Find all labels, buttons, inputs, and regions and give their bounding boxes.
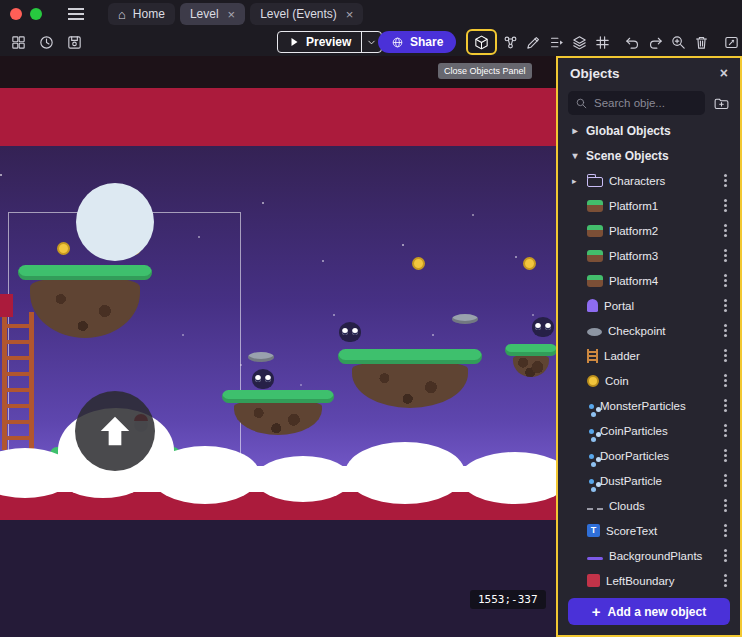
item-menu-button[interactable]	[720, 199, 730, 213]
history-icon	[38, 34, 55, 51]
search-input[interactable]	[594, 97, 698, 109]
item-menu-button[interactable]	[720, 374, 730, 388]
zoom-window-button[interactable]	[30, 8, 42, 20]
object-list-item[interactable]: DustParticle	[558, 468, 740, 493]
project-manager-button[interactable]	[8, 31, 28, 53]
item-menu-button[interactable]	[720, 299, 730, 313]
save-button[interactable]	[64, 31, 84, 53]
monster-sprite[interactable]	[339, 322, 361, 342]
editor-tab[interactable]: Level	[180, 3, 245, 25]
object-list-item[interactable]: Platform1	[558, 193, 740, 218]
item-menu-button[interactable]	[720, 499, 730, 513]
global-objects-header[interactable]: ▸ Global Objects	[558, 118, 740, 143]
object-thumbnail-icon	[587, 375, 599, 387]
cursor-coordinates: 1553;-337	[470, 590, 546, 609]
item-menu-button[interactable]	[720, 574, 730, 588]
scene-objects-label: Scene Objects	[586, 149, 669, 163]
touch-up-control[interactable]	[75, 391, 155, 471]
scene-objects-header[interactable]: ▾ Scene Objects	[558, 143, 740, 168]
object-name: Platform2	[609, 225, 714, 237]
checkpoint-sprite[interactable]	[248, 352, 274, 362]
object-list-item[interactable]: Portal	[558, 293, 740, 318]
item-menu-button[interactable]	[720, 549, 730, 563]
object-list-item[interactable]: Platform3	[558, 243, 740, 268]
toolbar-right-group	[500, 28, 741, 56]
preview-button[interactable]: Preview	[277, 31, 382, 53]
editor-tab[interactable]: Level (Events)	[250, 3, 363, 25]
item-menu-button[interactable]	[720, 349, 730, 363]
item-menu-button[interactable]	[720, 424, 730, 438]
item-menu-button[interactable]	[720, 224, 730, 238]
monster-sprite[interactable]	[252, 369, 274, 389]
zoom-in-button[interactable]	[668, 31, 688, 53]
share-button[interactable]: Share	[378, 31, 456, 53]
undo-button[interactable]	[622, 31, 642, 53]
delete-button[interactable]	[691, 31, 711, 53]
item-menu-button[interactable]	[720, 324, 730, 338]
object-thumbnail-icon	[587, 328, 602, 336]
redo-button[interactable]	[645, 31, 665, 53]
ladder-sprite[interactable]	[2, 312, 34, 450]
layers-button[interactable]	[569, 31, 589, 53]
object-groups-button[interactable]	[500, 31, 520, 53]
history-button[interactable]	[36, 31, 56, 53]
item-menu-button[interactable]	[720, 399, 730, 413]
scene-editor-canvas[interactable]: 1553;-337	[0, 56, 557, 637]
toolbar-left-group	[8, 28, 84, 56]
add-folder-button[interactable]	[713, 95, 730, 112]
object-list-item[interactable]: Characters	[558, 168, 740, 193]
object-list-item[interactable]: ScoreText	[558, 518, 740, 543]
platform-sprite[interactable]	[505, 344, 557, 356]
scene-properties-button[interactable]	[721, 31, 741, 53]
object-list-item[interactable]: Coin	[558, 368, 740, 393]
grid-toggle-button[interactable]	[592, 31, 612, 53]
edit-button[interactable]	[523, 31, 543, 53]
item-menu-button[interactable]	[720, 274, 730, 288]
stars	[0, 174, 2, 176]
item-menu-button[interactable]	[720, 524, 730, 538]
checkpoint-sprite[interactable]	[452, 314, 478, 324]
object-thumbnail-icon	[587, 177, 603, 187]
cloud-layer[interactable]	[0, 466, 557, 492]
item-menu-button[interactable]	[720, 449, 730, 463]
grid-icon	[594, 34, 611, 51]
moon-sprite[interactable]	[76, 183, 154, 261]
object-list-item[interactable]: LeftBoundary	[558, 568, 740, 590]
object-list-item[interactable]: Ladder	[558, 343, 740, 368]
object-list-item[interactable]: Platform2	[558, 218, 740, 243]
tab-close-icon[interactable]	[344, 8, 354, 21]
coin-sprite[interactable]	[523, 257, 536, 270]
editor-tab[interactable]: Home	[108, 3, 175, 25]
monster-sprite[interactable]	[532, 317, 554, 337]
item-menu-button[interactable]	[720, 474, 730, 488]
coin-sprite[interactable]	[412, 257, 425, 270]
platform-sprite[interactable]	[18, 265, 152, 280]
object-list-item[interactable]: CoinParticles	[558, 418, 740, 443]
object-thumbnail-icon	[589, 479, 594, 484]
zoom-in-icon	[670, 34, 687, 51]
add-object-button[interactable]: + Add a new object	[568, 598, 730, 625]
platform-sprite[interactable]	[222, 390, 334, 403]
object-list-item[interactable]: BackgroundPlants	[558, 543, 740, 568]
item-menu-button[interactable]	[720, 174, 730, 188]
object-list-item[interactable]: Clouds	[558, 493, 740, 518]
chevron-down-icon: ▾	[570, 150, 580, 161]
tab-close-icon[interactable]	[226, 8, 236, 21]
object-name: Checkpoint	[608, 325, 714, 337]
objects-panel-toggle-button[interactable]	[466, 29, 497, 55]
platform-sprite[interactable]	[338, 349, 482, 364]
close-icon[interactable]: ×	[720, 65, 728, 81]
instances-list-button[interactable]	[546, 31, 566, 53]
item-menu-button[interactable]	[720, 249, 730, 263]
object-list-item[interactable]: MonsterParticles	[558, 393, 740, 418]
search-row	[558, 88, 740, 118]
app-window: Home Level Level (Events)	[0, 0, 742, 637]
close-window-button[interactable]	[10, 8, 22, 20]
object-list-item[interactable]: DoorParticles	[558, 443, 740, 468]
object-list-item[interactable]: Checkpoint	[558, 318, 740, 343]
object-name: CoinParticles	[600, 425, 714, 437]
menu-icon[interactable]	[68, 13, 84, 15]
left-boundary-sprite[interactable]	[0, 294, 13, 317]
object-list-item[interactable]: Platform4	[558, 268, 740, 293]
coin-sprite[interactable]	[57, 242, 70, 255]
